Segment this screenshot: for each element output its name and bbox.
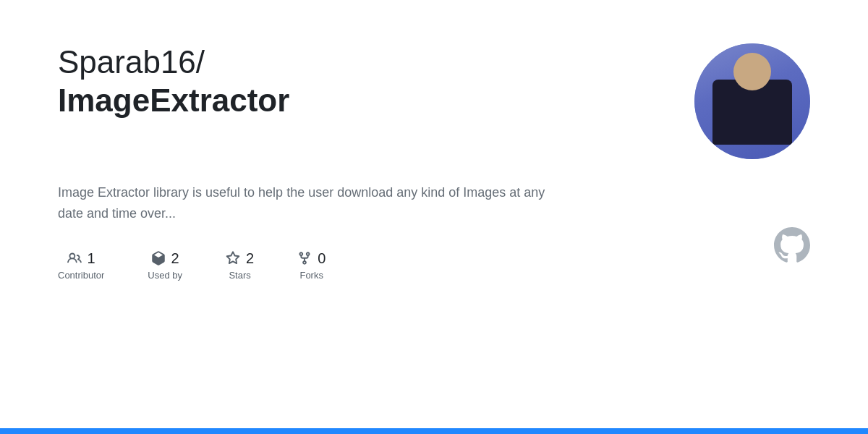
bottom-bar (0, 428, 868, 434)
package-icon (151, 251, 166, 265)
repo-description: Image Extractor library is useful to hel… (58, 182, 550, 224)
contributors-label: Contributor (58, 270, 104, 281)
stat-stars[interactable]: 2 Stars (226, 250, 254, 281)
stat-forks[interactable]: 0 Forks (297, 250, 326, 281)
stats-row: 1 Contributor 2 Used by (58, 250, 810, 281)
stat-contributors[interactable]: 1 Contributor (58, 250, 104, 281)
header-section: Sparab16/ ImageExtractor (58, 43, 810, 159)
repo-name: ImageExtractor (58, 82, 665, 120)
forks-count: 0 (318, 250, 326, 267)
forks-label: Forks (299, 270, 323, 281)
stat-used-by[interactable]: 2 Used by (148, 250, 182, 281)
title-block: Sparab16/ ImageExtractor (58, 43, 665, 120)
fork-icon (297, 251, 312, 265)
stat-contributors-top: 1 (67, 250, 95, 267)
stat-used-by-top: 2 (151, 250, 179, 267)
avatar-image (694, 43, 810, 159)
stat-stars-top: 2 (226, 250, 254, 267)
stars-label: Stars (229, 270, 250, 281)
star-icon (226, 251, 240, 265)
contributors-count: 1 (88, 250, 95, 267)
stat-forks-top: 0 (297, 250, 326, 267)
repo-owner: Sparab16/ (58, 43, 665, 82)
avatar (694, 43, 810, 159)
github-icon-corner (774, 227, 810, 266)
used-by-label: Used by (148, 270, 182, 281)
people-icon (67, 251, 82, 265)
stars-count: 2 (246, 250, 254, 267)
used-by-count: 2 (171, 250, 179, 267)
main-container: Sparab16/ ImageExtractor Image Extractor… (0, 0, 868, 310)
